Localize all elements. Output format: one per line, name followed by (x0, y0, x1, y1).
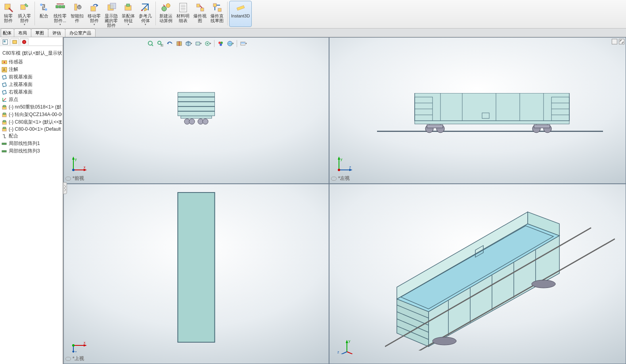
svg-rect-15 (126, 4, 130, 6)
svg-point-121 (72, 344, 75, 347)
ribbon-label: 藏的零 (105, 18, 118, 23)
svg-rect-4 (56, 6, 58, 8)
previous-view-icon[interactable] (166, 40, 174, 48)
tree-item-label: 前视基准面 (9, 74, 33, 80)
ribbon-label: 新建运 (159, 13, 172, 18)
svg-text:z: z (75, 350, 77, 353)
ribbon-label: 配合 (40, 13, 48, 18)
ribbon-button[interactable]: 配合 (36, 1, 52, 27)
command-tab[interactable]: 草图 (31, 29, 48, 37)
viewport-left[interactable]: yz *左视 (329, 37, 626, 184)
svg-rect-53 (4, 143, 5, 145)
ribbon-button[interactable]: 线性零部件...▾ (52, 1, 69, 27)
ribbon-button[interactable]: 参考几何体▾ (137, 1, 154, 27)
command-tab[interactable]: 评估 (48, 29, 65, 37)
command-tab[interactable]: 布局 (14, 29, 31, 37)
sidebar-tabs (0, 37, 63, 46)
viewport-link-icon[interactable] (619, 39, 624, 44)
tree-item[interactable]: 上视基准面 (1, 81, 62, 88)
ribbon-button[interactable]: Instant3D (229, 1, 252, 27)
ribbon-label: 材料明 (176, 13, 190, 18)
ribbon-label: 细表 (179, 18, 188, 23)
panel-expand-handle[interactable] (63, 182, 67, 194)
tree-item[interactable]: (-) nn50重轨0518<1> (默 (1, 103, 62, 111)
ribbon-button[interactable]: 爆炸直线草图 (209, 1, 226, 27)
svg-marker-119 (72, 351, 75, 353)
chevron-down-icon: ▾ (128, 23, 129, 26)
ribbon-button[interactable]: 移动零部件▾ (86, 1, 103, 27)
appearances-tab-icon[interactable] (20, 38, 29, 45)
hide-show-icon[interactable]: ▾ (204, 40, 212, 48)
section-view-icon[interactable] (175, 40, 183, 48)
view-orientation-icon[interactable]: ▾ (185, 40, 193, 48)
command-tab[interactable]: 配体 (1, 29, 14, 37)
part-icon (2, 126, 7, 132)
tree-item-label: (-) nn50重轨0518<1> (默 (9, 104, 61, 111)
tree-item-label: (-) 转向架QCZ134A-00-00 (9, 111, 62, 118)
tree-item[interactable]: (-) C80-0-00<1> (Default (1, 126, 62, 132)
svg-point-38 (4, 61, 5, 63)
svg-rect-85 (377, 131, 603, 132)
ribbon-button[interactable]: 显示隐藏的零部件 (103, 1, 120, 27)
viewport-top[interactable]: xz *上视 (63, 184, 329, 364)
svg-rect-6 (62, 6, 65, 8)
command-tab[interactable]: 办公室产品 (65, 29, 96, 37)
tree-item[interactable]: 局部线性阵列1 (1, 140, 62, 147)
ribbon-button[interactable]: 辑零部件 (1, 1, 16, 27)
pattern-icon (2, 141, 7, 147)
plane-icon (2, 74, 7, 80)
ribbon-label: 件 (75, 18, 79, 23)
view-settings-icon[interactable]: ▾ (239, 40, 247, 48)
tree-item[interactable]: (-) C80底架<1> (默认<<默 (1, 118, 62, 126)
viewport-isometric[interactable]: y x z (329, 184, 626, 364)
ribbon-label: 移动零 (88, 13, 101, 18)
tree-item[interactable]: 原点 (1, 96, 62, 103)
property-manager-tab-icon[interactable] (10, 38, 19, 45)
ribbon-button[interactable]: 爆炸视图 (191, 1, 209, 27)
svg-line-148 (338, 352, 347, 354)
ribbon-button[interactable]: 智能扣件 (69, 1, 86, 27)
svg-rect-10 (91, 6, 96, 11)
feature-tree: C80车模 (默认<默认_显示状态 传感器A注解前视基准面上视基准面右视基准面原… (0, 46, 63, 364)
tree-item[interactable]: 传感器 (1, 58, 62, 66)
zoom-fit-icon[interactable] (147, 40, 155, 48)
ribbon-label: 辑零 (4, 13, 13, 18)
viewport-container: ▾ ▾ ▾ ▾ ▾ (63, 37, 626, 364)
edit-appearance-icon[interactable] (217, 40, 225, 48)
tree-item[interactable]: 前视基准面 (1, 73, 62, 81)
feature-tree-tab-icon[interactable] (1, 38, 10, 45)
triad-icon: yx (71, 156, 87, 172)
ribbon-button[interactable]: 新建运动算例 (157, 1, 174, 27)
ribbon-icon (161, 2, 171, 13)
model-front-view (178, 92, 215, 126)
tree-item[interactable]: 配合 (1, 132, 62, 140)
svg-rect-104 (427, 125, 443, 128)
part-icon (2, 120, 7, 125)
viewport-front[interactable]: yx *前视 (63, 37, 329, 184)
svg-line-41 (3, 98, 6, 101)
ribbon-label: 爆炸视 (193, 13, 207, 18)
display-style-icon[interactable]: ▾ (194, 40, 202, 48)
svg-text:x: x (84, 165, 86, 169)
tree-item[interactable]: 局部线性阵列3 (1, 147, 62, 155)
svg-rect-35 (13, 40, 17, 44)
viewport-single-icon[interactable] (612, 39, 617, 44)
svg-marker-143 (346, 340, 348, 343)
apply-scene-icon[interactable]: ▾ (226, 40, 234, 48)
zoom-area-icon[interactable] (156, 40, 164, 48)
ribbon-button[interactable]: 材料明细表 (174, 1, 191, 27)
ribbon-button[interactable]: 插入零部件▾ (16, 1, 33, 27)
svg-rect-28 (218, 8, 221, 11)
svg-rect-55 (2, 151, 3, 152)
svg-point-114 (338, 169, 340, 171)
tree-item[interactable]: A注解 (1, 66, 62, 73)
svg-line-145 (347, 352, 352, 354)
svg-rect-45 (3, 105, 6, 107)
svg-rect-9 (78, 5, 80, 6)
tree-item[interactable]: 右视基准面 (1, 88, 62, 96)
svg-rect-7 (75, 4, 77, 10)
tree-root-label[interactable]: C80车模 (默认<默认_显示状态 (1, 48, 62, 58)
tree-item-label: 局部线性阵列1 (9, 140, 40, 147)
ribbon-button[interactable]: 装配体特征▾ (120, 1, 137, 27)
tree-item[interactable]: (-) 转向架QCZ134A-00-00 (1, 111, 62, 118)
